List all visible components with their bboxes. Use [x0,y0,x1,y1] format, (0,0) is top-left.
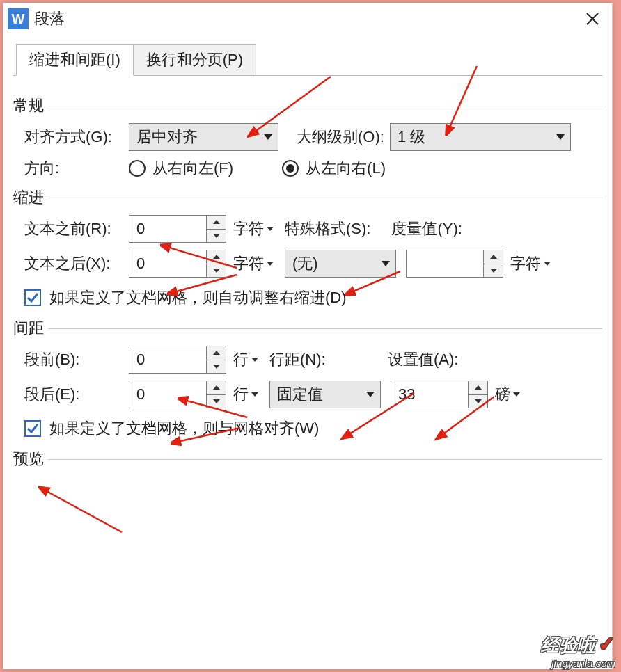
spin-up[interactable] [207,381,226,394]
indent-after-value[interactable]: 0 [129,250,206,277]
radio-rtl[interactable]: 从右向左(F) [129,158,233,179]
direction-radio-group: 从右向左(F) 从左向右(L) [129,158,414,179]
direction-label: 方向: [24,158,129,179]
set-unit[interactable]: 磅 [495,384,520,405]
snap-grid-label: 如果定义了文档网格，则与网格对齐(W) [49,418,319,439]
measure-value[interactable] [407,250,483,277]
align-select[interactable]: 居中对齐 [129,123,278,151]
spacing-before-spinner[interactable]: 0 [129,346,226,374]
chevron-down-icon [544,262,551,266]
spin-down[interactable] [469,394,487,408]
special-format-select[interactable]: (无) [285,250,396,278]
group-general-label: 常规 [13,95,47,116]
set-value-label: 设置值(A): [388,349,458,370]
measure-label: 度量值(Y): [391,218,462,239]
measure-spinner[interactable] [406,250,503,278]
divider [48,328,602,329]
chevron-down-icon [556,134,565,140]
spacing-after-value[interactable]: 0 [129,381,206,408]
line-spacing-select[interactable]: 固定值 [269,381,381,408]
tab-line-page-break[interactable]: 换行和分页(P) [134,44,256,76]
align-label: 对齐方式(G): [24,127,129,147]
spin-up[interactable] [207,346,226,360]
spin-up[interactable] [207,216,226,229]
spin-down[interactable] [484,264,503,278]
spacing-after-label: 段后(E): [24,384,108,405]
set-value[interactable]: 33 [391,381,468,408]
chevron-down-icon [513,392,520,397]
check-icon: ✓ [598,632,615,655]
divider [48,106,602,106]
align-value: 居中对齐 [136,127,198,147]
window-title: 段落 [34,8,580,29]
svg-line-11 [45,490,122,532]
auto-adjust-label: 如果定义了文档网格，则自动调整右缩进(D) [49,287,347,308]
chevron-down-icon [251,358,258,362]
indent-before-value[interactable]: 0 [129,216,206,242]
indent-after-label: 文本之后(X): [24,253,129,274]
group-spacing-label: 间距 [13,318,47,339]
indent-before-unit[interactable]: 字符 [233,218,274,239]
auto-adjust-checkbox[interactable] [24,289,41,306]
spacing-after-spinner[interactable]: 0 [129,381,226,408]
spacing-before-unit[interactable]: 行 [233,349,258,370]
titlebar: W 段落 [3,3,612,34]
spin-down[interactable] [207,229,226,243]
spin-up[interactable] [469,381,487,394]
tab-indent-spacing[interactable]: 缩进和间距(I) [16,44,134,76]
watermark: 经验啦✓ jingyanla.com [541,632,615,669]
snap-grid-checkbox[interactable] [24,420,41,437]
chevron-down-icon [264,134,272,140]
radio-rtl-label: 从右向左(F) [152,158,233,179]
set-value-spinner[interactable]: 33 [391,381,488,408]
outline-label: 大纲级别(O): [297,127,384,147]
group-indent-label: 缩进 [13,187,47,208]
radio-ltr-label: 从左向右(L) [306,158,386,179]
tab-panel: 常规 对齐方式(G): 居中对齐 大纲级别(O): 1 级 方向: 从右向左(F… [13,75,602,470]
chevron-down-icon [366,392,375,397]
watermark-url: jingyanla.com [541,657,615,669]
special-format-value: (无) [292,253,318,274]
annotation-arrow [38,483,129,539]
spacing-before-label: 段前(B): [24,349,108,370]
watermark-text: 经验啦 [541,634,595,655]
paragraph-dialog: W 段落 缩进和间距(I) 换行和分页(P) 常规 对齐方式(G): 居中对齐 … [3,3,613,669]
chevron-down-icon [267,262,274,266]
outline-select[interactable]: 1 级 [390,123,571,151]
divider [48,459,602,460]
chevron-down-icon [251,392,258,397]
indent-after-spinner[interactable]: 0 [129,250,226,278]
special-format-label: 特殊格式(S): [285,218,370,239]
tab-strip: 缩进和间距(I) 换行和分页(P) [16,44,612,76]
chevron-down-icon [382,261,390,266]
indent-after-unit[interactable]: 字符 [233,253,274,274]
outline-value: 1 级 [398,127,425,147]
divider [48,198,602,198]
radio-ltr[interactable]: 从左向右(L) [282,158,386,179]
line-spacing-value: 固定值 [277,384,323,405]
indent-before-label: 文本之前(R): [24,218,129,239]
measure-unit[interactable]: 字符 [510,253,551,274]
radio-circle-icon [282,160,299,177]
app-icon: W [8,8,29,29]
spin-down[interactable] [207,394,226,408]
spin-down[interactable] [207,360,226,374]
spin-down[interactable] [207,264,226,278]
group-preview-label: 预览 [13,449,47,470]
spacing-before-value[interactable]: 0 [129,346,206,373]
indent-before-spinner[interactable]: 0 [129,215,226,243]
radio-circle-icon [129,160,146,177]
spin-up[interactable] [484,250,503,264]
line-spacing-label: 行距(N): [269,349,388,370]
close-icon[interactable] [580,6,605,31]
spacing-after-unit[interactable]: 行 [233,384,258,405]
spin-up[interactable] [207,250,226,264]
chevron-down-icon [267,227,274,231]
